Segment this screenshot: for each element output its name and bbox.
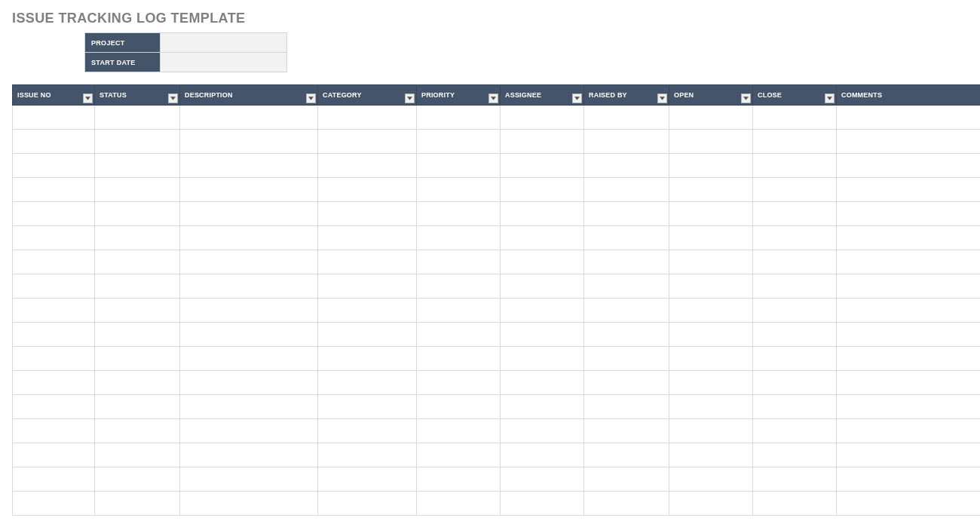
cell-category[interactable] [318,492,417,516]
cell-assignee[interactable] [501,371,584,395]
cell-description[interactable] [180,226,318,250]
cell-status[interactable] [95,443,180,467]
cell-close[interactable] [753,323,837,347]
cell-assignee[interactable] [501,106,584,130]
cell-assignee[interactable] [501,250,584,274]
cell-assignee[interactable] [501,202,584,226]
filter-dropdown-description[interactable] [306,93,316,103]
cell-description[interactable] [180,299,318,323]
cell-raised_by[interactable] [584,202,669,226]
cell-category[interactable] [318,467,417,492]
cell-category[interactable] [318,347,417,371]
cell-description[interactable] [180,106,318,130]
cell-category[interactable] [318,226,417,250]
cell-open[interactable] [669,106,753,130]
cell-description[interactable] [180,347,318,371]
cell-raised_by[interactable] [584,250,669,274]
cell-priority[interactable] [417,467,501,492]
cell-priority[interactable] [417,250,501,274]
cell-raised_by[interactable] [584,154,669,178]
cell-priority[interactable] [417,443,501,467]
cell-priority[interactable] [417,419,501,443]
filter-dropdown-raised_by[interactable] [657,93,667,103]
cell-assignee[interactable] [501,323,584,347]
cell-open[interactable] [669,467,753,492]
cell-category[interactable] [318,395,417,419]
cell-description[interactable] [180,467,318,492]
cell-issue_no[interactable] [13,250,95,274]
filter-dropdown-category[interactable] [405,93,415,103]
cell-close[interactable] [753,347,837,371]
cell-raised_by[interactable] [584,299,669,323]
cell-issue_no[interactable] [13,323,95,347]
cell-priority[interactable] [417,492,501,516]
cell-close[interactable] [753,443,837,467]
filter-dropdown-assignee[interactable] [572,93,582,103]
cell-close[interactable] [753,371,837,395]
cell-raised_by[interactable] [584,395,669,419]
cell-status[interactable] [95,202,180,226]
cell-description[interactable] [180,323,318,347]
cell-assignee[interactable] [501,178,584,202]
cell-open[interactable] [669,274,753,299]
cell-issue_no[interactable] [13,492,95,516]
cell-issue_no[interactable] [13,106,95,130]
cell-priority[interactable] [417,202,501,226]
cell-issue_no[interactable] [13,154,95,178]
filter-dropdown-priority[interactable] [488,93,498,103]
cell-comments[interactable] [837,274,981,299]
cell-close[interactable] [753,492,837,516]
cell-issue_no[interactable] [13,202,95,226]
cell-close[interactable] [753,202,837,226]
cell-description[interactable] [180,154,318,178]
cell-open[interactable] [669,226,753,250]
filter-dropdown-status[interactable] [168,93,178,103]
cell-raised_by[interactable] [584,274,669,299]
cell-raised_by[interactable] [584,347,669,371]
cell-open[interactable] [669,371,753,395]
cell-priority[interactable] [417,274,501,299]
cell-status[interactable] [95,154,180,178]
cell-priority[interactable] [417,178,501,202]
cell-assignee[interactable] [501,226,584,250]
cell-raised_by[interactable] [584,130,669,154]
cell-assignee[interactable] [501,492,584,516]
cell-close[interactable] [753,395,837,419]
cell-raised_by[interactable] [584,323,669,347]
cell-open[interactable] [669,299,753,323]
cell-description[interactable] [180,178,318,202]
cell-raised_by[interactable] [584,371,669,395]
cell-issue_no[interactable] [13,347,95,371]
cell-description[interactable] [180,250,318,274]
cell-assignee[interactable] [501,274,584,299]
cell-assignee[interactable] [501,299,584,323]
cell-status[interactable] [95,274,180,299]
cell-open[interactable] [669,443,753,467]
cell-issue_no[interactable] [13,274,95,299]
cell-comments[interactable] [837,419,981,443]
cell-description[interactable] [180,395,318,419]
cell-open[interactable] [669,154,753,178]
cell-open[interactable] [669,347,753,371]
cell-close[interactable] [753,299,837,323]
cell-open[interactable] [669,419,753,443]
cell-priority[interactable] [417,299,501,323]
cell-assignee[interactable] [501,395,584,419]
cell-close[interactable] [753,106,837,130]
cell-raised_by[interactable] [584,443,669,467]
cell-priority[interactable] [417,106,501,130]
filter-dropdown-close[interactable] [825,93,835,103]
cell-status[interactable] [95,347,180,371]
cell-status[interactable] [95,395,180,419]
cell-issue_no[interactable] [13,226,95,250]
cell-comments[interactable] [837,371,981,395]
cell-close[interactable] [753,467,837,492]
cell-issue_no[interactable] [13,419,95,443]
cell-category[interactable] [318,130,417,154]
cell-open[interactable] [669,323,753,347]
cell-issue_no[interactable] [13,178,95,202]
cell-category[interactable] [318,371,417,395]
cell-open[interactable] [669,395,753,419]
start-date-input[interactable] [165,52,285,72]
cell-close[interactable] [753,130,837,154]
